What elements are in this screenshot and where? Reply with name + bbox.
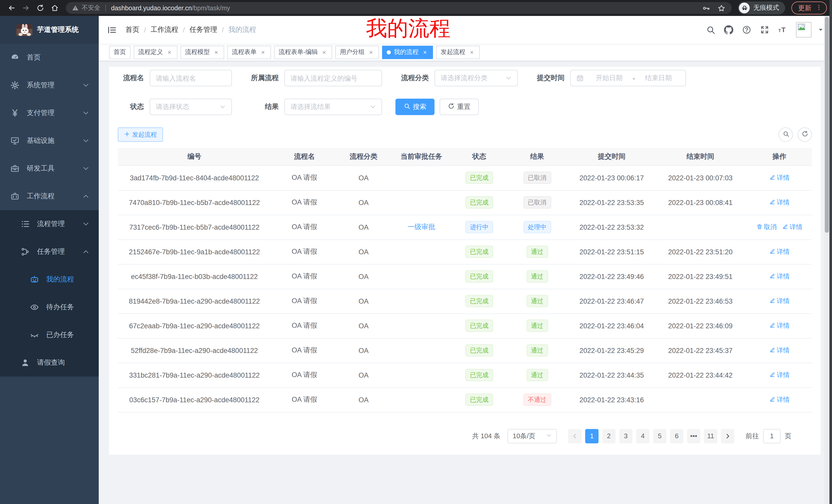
name-input[interactable] [156, 74, 226, 82]
scrollbar-thumb[interactable] [825, 17, 829, 233]
action-详情[interactable]: 详情 [769, 395, 789, 404]
cell-result: 通过 [505, 264, 569, 289]
action-详情[interactable]: 详情 [769, 346, 789, 355]
sidebar-item-已办任务[interactable]: 已办任务 [0, 321, 99, 349]
action-取消[interactable]: 取消 [756, 223, 777, 231]
browser-back-icon[interactable] [6, 3, 17, 13]
cell-id: 52ffd28e-7b9a-11ec-a290-acde48001122 [118, 338, 271, 363]
bookmark-star-icon[interactable] [717, 4, 726, 12]
sidebar-item-流程管理[interactable]: 流程管理 [0, 210, 99, 238]
browser-update-button[interactable]: 更新 [791, 2, 827, 15]
address-bar[interactable]: 不安全 dashboard.yudao.iocoder.cn/bpm/task/… [66, 2, 732, 14]
result-select[interactable]: 请选择流结果 [284, 99, 382, 115]
pagination-prev-button[interactable] [568, 429, 581, 443]
gear-icon [10, 81, 20, 90]
pagination-page-5[interactable]: 5 [653, 429, 667, 443]
result-placeholder: 请选择流结果 [290, 102, 331, 111]
action-详情[interactable]: 详情 [769, 272, 789, 281]
tab-close-icon[interactable]: × [166, 49, 173, 56]
tab-close-icon[interactable]: × [468, 49, 475, 56]
browser-home-icon[interactable] [49, 3, 60, 13]
tab-我的流程[interactable]: 我的流程× [382, 46, 433, 59]
app-logo-row[interactable]: 芋道管理系统 [0, 16, 99, 44]
breadcrumb-item[interactable]: 任务管理 [189, 25, 217, 34]
cell-current-task [389, 240, 453, 264]
sidebar-item-首页[interactable]: 首页 [0, 44, 99, 72]
fullscreen-icon[interactable] [760, 25, 769, 34]
hamburger-icon[interactable] [107, 25, 117, 35]
tab-流程表单-编辑[interactable]: 流程表单-编辑× [274, 46, 332, 59]
pagination-page-11[interactable]: 11 [704, 429, 717, 443]
action-详情[interactable]: 详情 [769, 173, 789, 182]
sidebar-item-系统管理[interactable]: 系统管理 [0, 72, 99, 99]
tab-label: 流程表单 [232, 48, 257, 57]
tab-流程定义[interactable]: 流程定义× [134, 46, 177, 59]
reset-button[interactable]: 重置 [440, 99, 479, 115]
action-label: 详情 [777, 371, 789, 380]
create-process-button[interactable]: 发起流程 [118, 128, 163, 142]
sidebar-item-研发工具[interactable]: 研发工具 [0, 155, 99, 183]
browser-forward-icon[interactable] [21, 3, 31, 13]
show-search-button[interactable] [779, 128, 793, 142]
tab-close-icon[interactable]: × [260, 49, 266, 56]
sidebar-item-工作流程[interactable]: 工作流程 [0, 183, 99, 210]
pagination-page-2[interactable]: 2 [602, 429, 616, 443]
tab-close-icon[interactable]: × [321, 49, 328, 56]
action-详情[interactable]: 详情 [769, 297, 789, 305]
cell-end-time: 2022-01-22 23:45:37 [654, 338, 747, 363]
pagination-ellipsis[interactable]: ••• [687, 429, 700, 443]
pagination-next-button[interactable] [721, 429, 734, 443]
tab-close-icon[interactable]: × [422, 49, 428, 56]
tab-close-icon[interactable]: × [213, 49, 219, 56]
edit-icon [769, 174, 775, 181]
sidebar-item-我的流程[interactable]: 我的流程 [0, 265, 99, 293]
action-详情[interactable]: 详情 [769, 198, 789, 207]
tab-首页[interactable]: 首页 [109, 46, 131, 59]
action-详情[interactable]: 详情 [769, 247, 789, 256]
sidebar-item-任务管理[interactable]: 任务管理 [0, 238, 99, 265]
cell-submit-time: 2022-01-22 23:51:15 [569, 240, 654, 264]
font-size-icon[interactable]: TT [778, 25, 787, 34]
search-icon[interactable] [706, 25, 715, 34]
action-label: 详情 [777, 297, 789, 305]
url-text[interactable]: dashboard.yudao.iocoder.cn/bpm/task/my [111, 4, 695, 11]
sidebar-item-支付管理[interactable]: 支付管理 [0, 99, 99, 127]
cell-current-task[interactable]: 一级审批 [389, 215, 453, 240]
page-size-select[interactable]: 10条/页 [508, 429, 557, 443]
goto-page-input[interactable] [763, 429, 781, 443]
category-select[interactable]: 请选择流程分类 [435, 70, 518, 86]
sidebar-item-label: 流程管理 [37, 219, 65, 229]
submit-time-range-picker[interactable]: 开始日期 - 结束日期 [570, 70, 686, 86]
tab-close-icon[interactable]: × [368, 49, 374, 56]
password-key-icon[interactable] [702, 4, 710, 12]
sidebar-item-请假查询[interactable]: 请假查询 [0, 349, 99, 376]
cell-status: 已完成 [453, 240, 505, 264]
status-select[interactable]: 请选择状态 [150, 99, 232, 115]
help-icon[interactable] [742, 25, 751, 34]
breadcrumb-item[interactable]: 工作流程 [151, 25, 178, 34]
tab-流程模型[interactable]: 流程模型× [181, 46, 224, 59]
sidebar-item-待办任务[interactable]: 待办任务 [0, 293, 99, 321]
action-详情[interactable]: 详情 [769, 371, 789, 380]
avatar-caret-down-icon[interactable] [817, 27, 824, 33]
github-icon[interactable] [724, 25, 733, 34]
definition-input[interactable] [290, 74, 376, 82]
tab-流程表单[interactable]: 流程表单× [227, 46, 271, 59]
browser-menu-icon[interactable] [815, 4, 822, 12]
chevron-down-icon [82, 165, 89, 172]
pagination-page-6[interactable]: 6 [670, 429, 683, 443]
sidebar-item-基础设施[interactable]: 基础设施 [0, 127, 99, 155]
tab-发起流程[interactable]: 发起流程× [436, 46, 480, 59]
pagination-page-1[interactable]: 1 [585, 429, 599, 443]
search-button[interactable]: 搜索 [395, 99, 435, 115]
pagination-page-4[interactable]: 4 [636, 429, 649, 443]
pagination-page-3[interactable]: 3 [619, 429, 632, 443]
tab-用户分组[interactable]: 用户分组× [335, 46, 379, 59]
action-详情[interactable]: 详情 [782, 223, 802, 231]
avatar[interactable] [796, 22, 811, 37]
page-scrollbar[interactable] [824, 16, 829, 504]
refresh-table-button[interactable] [798, 128, 812, 142]
action-详情[interactable]: 详情 [769, 321, 789, 330]
breadcrumb-item[interactable]: 首页 [126, 25, 139, 34]
browser-reload-icon[interactable] [35, 3, 45, 13]
